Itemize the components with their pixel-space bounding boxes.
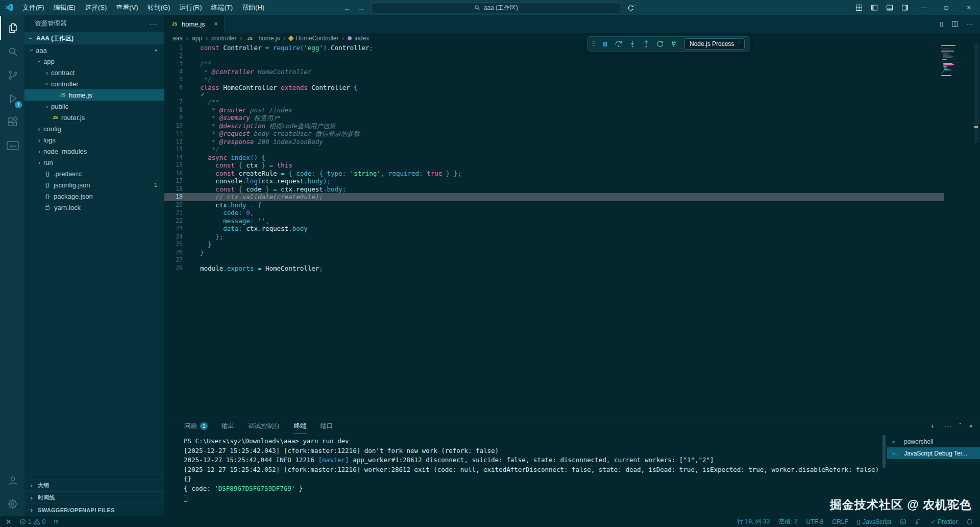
new-terminal-button[interactable]: +ˇ xyxy=(930,422,937,430)
more-actions-icon[interactable]: ··· xyxy=(945,422,951,430)
activity-explorer[interactable] xyxy=(0,16,24,40)
toggle-panel-icon[interactable] xyxy=(882,0,897,15)
minimize-button[interactable]: — xyxy=(913,0,935,15)
tree-folder-public[interactable]: ›public xyxy=(24,101,164,112)
code-line-19[interactable]: 19 // ctx.validate(createRule); xyxy=(164,193,944,201)
menu-item[interactable]: 编辑(E) xyxy=(49,0,80,15)
breadcrumb-controller[interactable]: controller xyxy=(211,35,236,42)
inline-hint-icon[interactable]: ˇ xyxy=(200,91,209,98)
debug-session-dropdown[interactable]: Node.js Process ˇ xyxy=(684,38,745,50)
code-line-4[interactable]: 4 * @controller HomeController xyxy=(164,68,944,76)
cast-icon[interactable] xyxy=(915,518,922,525)
toggle-sidebar-icon[interactable] xyxy=(867,0,882,15)
sidebar-section-大纲[interactable]: ›大纲 xyxy=(24,479,164,491)
panel-tab-问题[interactable]: 问题1 xyxy=(184,418,208,434)
step-into-button[interactable] xyxy=(628,40,636,48)
tree-file-home.js[interactable]: JShome.js xyxy=(24,89,164,101)
formatter-status[interactable]: ✓ Prettier xyxy=(930,518,958,525)
code-line-7[interactable]: 7 /** xyxy=(164,98,944,106)
breadcrumb-app[interactable]: app xyxy=(192,35,202,42)
code-line-12[interactable]: 12 * @response 200 indexJsonBody xyxy=(164,138,944,146)
breadcrumb-home.js[interactable]: JShome.js xyxy=(246,35,280,42)
panel-tab-输出[interactable]: 输出 xyxy=(221,418,235,434)
close-panel-icon[interactable]: × xyxy=(969,422,973,430)
code-line-20[interactable]: 20 ctx.body = { xyxy=(164,201,944,209)
code-line-22[interactable]: 22 message: '', xyxy=(164,217,944,225)
sidebar-section-时间线[interactable]: ›时间线 xyxy=(24,491,164,504)
workspace-section-header[interactable]: › AAA (工作区) xyxy=(24,32,164,44)
tree-file-router.js[interactable]: JSrouter.js xyxy=(24,112,164,123)
terminal-list-item[interactable]: >_JavaScript Debug Ter... xyxy=(887,447,980,459)
problems-status[interactable]: 1 0 xyxy=(19,518,45,525)
back-button[interactable]: ← xyxy=(344,4,351,12)
activity-openapi[interactable]: API xyxy=(0,134,24,157)
terminal-list-item[interactable]: >_powershell xyxy=(887,436,980,447)
refresh-icon[interactable]: ˇ xyxy=(627,5,636,11)
tree-folder-node_modules[interactable]: ›node_modules xyxy=(24,146,164,157)
close-tab-icon[interactable]: × xyxy=(214,20,218,28)
code-line-2[interactable]: 2 xyxy=(164,52,944,60)
code-line-27[interactable]: 27 xyxy=(164,256,944,265)
menu-item[interactable]: 查看(V) xyxy=(111,0,142,15)
tree-folder-aaa[interactable]: ›aaa● xyxy=(24,44,164,56)
activity-run-debug[interactable]: 1 xyxy=(0,87,24,110)
code-line-15[interactable]: 15 const { ctx } = this xyxy=(164,161,944,170)
settings-button[interactable] xyxy=(0,492,24,516)
feedback-smiley-icon[interactable] xyxy=(900,518,906,525)
restart-button[interactable] xyxy=(656,40,664,48)
code-line-5[interactable]: 5 */ xyxy=(164,76,944,84)
code-lens-row[interactable]: ˇ xyxy=(164,91,944,98)
menu-item[interactable]: 文件(F) xyxy=(18,0,49,15)
broadcast-icon[interactable] xyxy=(53,518,60,525)
code-line-25[interactable]: 25 } xyxy=(164,241,944,249)
code-line-6[interactable]: 6class HomeController extends Controller… xyxy=(164,84,944,92)
breadcrumb-index[interactable]: index xyxy=(348,35,369,42)
menu-item[interactable]: 选择(S) xyxy=(80,0,111,15)
activity-search[interactable] xyxy=(0,40,24,63)
sidebar-section-SWAGGER/OPENAPI FILES[interactable]: ›SWAGGER/OPENAPI FILES xyxy=(24,504,164,516)
code-line-16[interactable]: 16 const createRule = { code: { type: 's… xyxy=(164,170,944,178)
tree-file-jsconfig.json[interactable]: {}jsconfig.json1 xyxy=(24,179,164,190)
breadcrumb-HomeController[interactable]: HomeController xyxy=(289,35,338,42)
code-line-8[interactable]: 8 * @router post /index xyxy=(164,106,944,114)
toggle-secondary-sidebar-icon[interactable] xyxy=(897,0,913,15)
disconnect-button[interactable] xyxy=(670,40,678,48)
code-line-23[interactable]: 23 data: ctx.request.body xyxy=(164,225,944,233)
editor-scrollbar[interactable] xyxy=(973,43,980,418)
tree-folder-contract[interactable]: ›contract xyxy=(24,67,164,78)
code-line-9[interactable]: 9 * @summary 检查用户 xyxy=(164,114,944,122)
activity-extensions[interactable] xyxy=(0,110,24,134)
maximize-button[interactable]: □ xyxy=(935,0,958,15)
more-actions-icon[interactable]: ··· xyxy=(150,20,158,28)
panel-tab-调试控制台[interactable]: 调试控制台 xyxy=(248,418,281,434)
activity-source-control[interactable] xyxy=(0,63,24,87)
menu-item[interactable]: 帮助(H) xyxy=(237,0,269,15)
split-editor-icon[interactable] xyxy=(951,20,959,28)
code-line-13[interactable]: 13 */ xyxy=(164,146,944,154)
code-area[interactable]: 1const Controller = require('egg').Contr… xyxy=(164,44,944,272)
tree-folder-config[interactable]: ›config xyxy=(24,123,164,134)
code-line-14[interactable]: 14 async index() { xyxy=(164,154,944,162)
panel-tab-端口[interactable]: 端口 xyxy=(320,418,334,434)
code-line-21[interactable]: 21 code: 0, xyxy=(164,209,944,217)
step-out-button[interactable] xyxy=(642,40,650,48)
code-line-10[interactable]: 10 * @description 根据code查询用户信息 xyxy=(164,122,944,130)
maximize-panel-icon[interactable]: ˆ xyxy=(959,422,961,430)
tab-home-js[interactable]: JS home.js × xyxy=(164,15,225,33)
tree-file-yarn.lock[interactable]: yarn.lock xyxy=(24,202,164,213)
command-center-search[interactable]: aaa (工作区) xyxy=(371,2,621,13)
minimap[interactable] xyxy=(941,45,971,76)
tree-folder-controller[interactable]: ›controller xyxy=(24,78,164,89)
panel-tab-终端[interactable]: 终端 xyxy=(293,418,307,434)
drag-handle[interactable] xyxy=(593,41,596,47)
cursor-position[interactable]: 行 19, 列 33 xyxy=(737,517,770,526)
language-mode[interactable]: {} JavaScript xyxy=(857,518,891,525)
menu-item[interactable]: 终端(T) xyxy=(206,0,237,15)
braces-icon[interactable]: {} xyxy=(940,21,943,27)
code-line-17[interactable]: 17 console.log(ctx.request.body); xyxy=(164,177,944,185)
indentation[interactable]: 空格: 2 xyxy=(778,517,797,526)
code-line-18[interactable]: 18 const { code } = ctx.request.body; xyxy=(164,185,944,194)
more-actions-icon[interactable]: ··· xyxy=(967,20,973,28)
close-button[interactable]: × xyxy=(958,0,980,15)
forward-button[interactable]: → xyxy=(357,4,365,12)
